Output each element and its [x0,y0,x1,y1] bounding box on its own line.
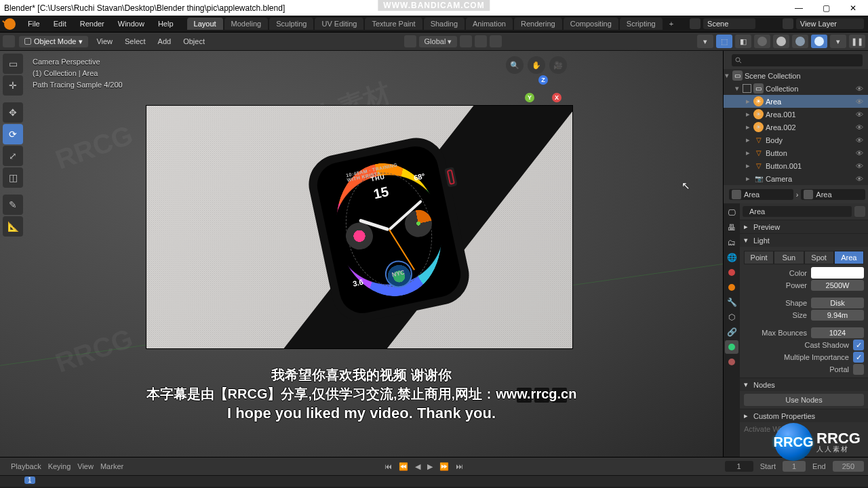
outliner-item-area002[interactable]: ▸☀ Area.002👁 [724,121,868,134]
outliner-item-body[interactable]: ▸▽ Body👁 [724,134,868,146]
shading-options[interactable]: ▾ [830,35,846,48]
portal-checkbox[interactable] [853,364,864,375]
ptab-material[interactable] [725,355,738,369]
ptab-render[interactable]: 🖵 [725,206,738,220]
pause-render-button[interactable]: ❚❚ [849,35,865,48]
panel-nodes-header[interactable]: ▾Nodes [740,378,868,391]
tab-compositing[interactable]: Compositing [564,18,618,30]
panel-preview-header[interactable]: ▸Preview [740,220,868,233]
frame-end-field[interactable]: 250 [833,461,864,472]
light-size-field[interactable]: 9.94m [811,310,864,321]
tab-animation[interactable]: Animation [466,18,513,30]
light-power-field[interactable]: 2500W [811,280,864,291]
timeline-view[interactable]: View [77,462,94,470]
menu-file[interactable]: File [22,18,45,29]
timeline-marker[interactable]: Marker [100,462,123,470]
playhead[interactable]: 1 [24,476,35,487]
add-workspace-button[interactable]: + [664,18,679,30]
axis-y[interactable]: Y [525,93,534,102]
light-type-spot[interactable]: Spot [804,251,834,264]
tool-select-box[interactable]: ▭ [3,54,23,74]
timeline-playback[interactable]: Playback [11,462,41,470]
timeline-jump-end[interactable]: ⏭ [456,462,463,470]
prop-context-slot2[interactable]: Area [801,189,865,200]
timeline-track[interactable]: 1 [0,475,868,487]
light-shape-field[interactable]: Disk [811,298,864,308]
orientation-icon[interactable] [404,35,416,47]
viewlayer-browse-icon[interactable] [783,18,793,29]
timeline-play-rev[interactable]: ◀ [415,462,420,471]
scene-name-field[interactable]: Scene [703,18,755,29]
light-type-point[interactable]: Point [744,251,774,264]
outliner-item-button001[interactable]: ▸▽ Button.001👁 [724,159,868,172]
tool-cursor[interactable]: ✛ [3,75,23,96]
outliner-item-button[interactable]: ▸▽ Button👁 [724,146,868,159]
shading-rendered[interactable] [811,35,827,48]
menu-help[interactable]: Help [153,18,179,29]
viewlayer-name-field[interactable]: View Layer [796,18,864,29]
properties-body[interactable]: Area ▸Preview ▾Light Point Sun Spot Area… [740,203,868,457]
ptab-output[interactable]: 🖶 [725,221,738,235]
ptab-viewlayer[interactable]: 🗂 [725,236,738,249]
viewport-3d[interactable]: RRCG 人人素材 RRCG RRCG ▭ ✛ ✥ ⟳ ⤢ ◫ ✎ 📐 Came… [0,51,723,457]
shading-solid[interactable] [773,35,789,48]
frame-current-field[interactable]: 1 [725,461,753,472]
timeline-keying[interactable]: Keying [48,462,71,470]
outliner-item-camera[interactable]: ▸📷 Camera👁 [724,172,868,185]
tab-scripting[interactable]: Scripting [620,18,663,30]
outliner-collection[interactable]: ▾ ▭Collection👁 [724,82,868,95]
panel-custom-header[interactable]: ▸Custom Properties [740,409,868,422]
outliner-scene-collection[interactable]: ▾▭Scene Collection [724,69,868,82]
shading-wire[interactable] [754,35,770,48]
menu-select-3d[interactable]: Select [121,36,150,47]
timeline-jump-start[interactable]: ⏮ [384,462,392,470]
use-nodes-button[interactable]: Use Nodes [744,394,864,406]
tool-annotate[interactable]: ✎ [3,195,23,215]
ptab-data-light[interactable] [725,340,738,354]
ptab-world[interactable] [725,266,738,279]
ptab-scene[interactable]: 🌐 [725,251,738,264]
menu-object-3d[interactable]: Object [179,36,209,47]
tool-scale[interactable]: ⤢ [3,146,23,166]
light-type-area[interactable]: Area [834,251,864,264]
tool-measure[interactable]: 📐 [3,216,23,237]
menu-window[interactable]: Window [113,18,150,29]
tool-move[interactable]: ✥ [3,102,23,123]
pan-gizmo[interactable]: ✋ [528,56,545,74]
light-maxbounces-field[interactable]: 1024 [811,327,864,338]
tab-layout[interactable]: Layout [187,18,223,30]
editor-type-icon[interactable] [3,35,15,47]
camera-gizmo[interactable]: 🎥 [549,56,567,74]
ptab-modifiers[interactable]: 🔧 [725,296,738,309]
light-type-sun[interactable]: Sun [774,251,804,264]
shading-matprev[interactable] [792,35,808,48]
snap-icon[interactable] [475,35,487,47]
timeline-prev-key[interactable]: ⏪ [399,462,408,471]
prop-context-slot1[interactable]: Area [729,189,793,200]
outliner[interactable]: ▾▭Scene Collection ▾ ▭Collection👁 ▸☀ Are… [724,69,868,185]
outliner-item-area[interactable]: ▸☀ Area👁 [724,95,868,108]
ptab-constraints[interactable]: 🔗 [725,325,738,339]
tab-shading[interactable]: Shading [424,18,465,30]
xray-toggle[interactable]: ◧ [735,35,751,48]
window-minimize-button[interactable]: — [785,3,812,13]
tab-modeling[interactable]: Modeling [224,18,269,30]
pivot-icon[interactable] [460,35,472,47]
menu-render[interactable]: Render [75,18,110,29]
axis-x[interactable]: X [552,93,561,102]
orientation-selector[interactable]: Global ▾ [419,36,458,47]
frame-start-field[interactable]: 1 [783,461,806,472]
outliner-item-area001[interactable]: ▸☀ Area.001👁 [724,108,868,121]
light-color-swatch[interactable] [811,267,864,279]
menu-view-3d[interactable]: View [92,36,117,47]
mis-checkbox[interactable] [853,352,864,363]
axis-z[interactable]: Z [538,75,548,85]
window-close-button[interactable]: ✕ [840,3,867,13]
light-datablock-field[interactable]: Area [743,206,852,217]
proportional-icon[interactable] [490,35,502,47]
scene-browse-icon[interactable] [690,18,701,29]
panel-light-header[interactable]: ▾Light [740,233,868,247]
cast-shadow-checkbox[interactable] [853,340,864,350]
mode-selector[interactable]: Object Mode▾ [19,36,88,47]
timeline-play[interactable]: ▶ [427,462,433,471]
